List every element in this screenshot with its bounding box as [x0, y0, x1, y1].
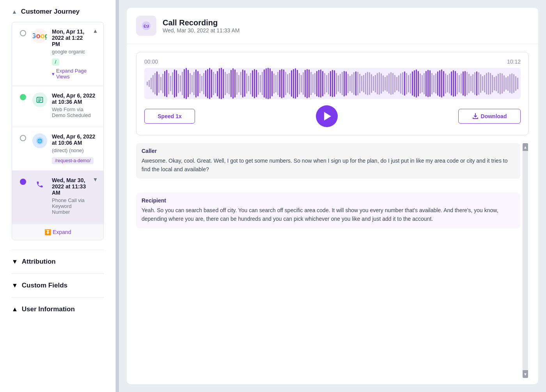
- customer-journey-chevron[interactable]: ▲: [12, 9, 17, 15]
- call-recording-date: Wed, Mar 30, 2022 at 11:33 AM: [163, 27, 239, 34]
- journey-date-4: Wed, Mar 30, 2022 at 11:33 AM: [52, 177, 89, 196]
- phone-call-icon: [32, 177, 47, 192]
- timeline-3: [18, 133, 28, 141]
- timeline-dot-1: [20, 30, 26, 36]
- vertical-divider: [116, 0, 119, 392]
- webform-icon: [32, 92, 47, 107]
- caller-role: Caller: [142, 148, 515, 154]
- chevron-down-icon: ▾: [52, 71, 55, 77]
- call-recording-icon: [136, 16, 156, 36]
- timeline-4: [18, 177, 28, 185]
- custom-fields-chevron: ▼: [12, 282, 18, 289]
- user-info-section: ▲ User Information: [12, 297, 104, 313]
- transcript-area: Caller Awesome. Okay, cool. Great. Well,…: [136, 143, 520, 378]
- timeline-2: [18, 92, 28, 100]
- call-info: Call Recording Wed, Mar 30, 2022 at 11:3…: [163, 18, 239, 34]
- audio-controls: Speed 1x Download: [144, 105, 521, 127]
- user-info-title: User Information: [22, 305, 75, 313]
- transcript-block-caller: Caller Awesome. Okay, cool. Great. Well,…: [136, 143, 520, 179]
- recipient-text: Yeah. So you can search based off city. …: [142, 206, 515, 223]
- attribution-chevron: ▼: [12, 258, 18, 265]
- journey-container: Goog Mon, Apr 11, 2022 at 1:22 PM google…: [12, 22, 104, 240]
- audio-time-end: 10:12: [507, 59, 521, 65]
- journey-tag-3: /request-a-demo/: [52, 157, 94, 164]
- audio-times: 00:00 10:12: [144, 59, 521, 65]
- download-label: Download: [481, 113, 507, 119]
- journey-desc-4: Phone Call via Keyword Number: [52, 197, 89, 215]
- download-icon: [472, 113, 479, 119]
- user-info-header[interactable]: ▲ User Information: [12, 305, 104, 313]
- call-recording-title: Call Recording: [163, 18, 239, 27]
- timeline-dot-2: [20, 94, 26, 100]
- custom-fields-title: Custom Fields: [22, 282, 67, 289]
- speed-button[interactable]: Speed 1x: [144, 109, 195, 124]
- collapse-btn-1[interactable]: ▲: [93, 28, 98, 34]
- right-panel: Call Recording Wed, Mar 30, 2022 at 11:3…: [119, 0, 546, 392]
- scroll-up-button[interactable]: ▲: [523, 143, 528, 151]
- timeline-1: [18, 28, 28, 36]
- collapse-btn-4[interactable]: ▼: [93, 176, 98, 183]
- journey-content-3: Wed, Apr 6, 2022 at 10:06 AM (direct) (n…: [52, 133, 97, 164]
- custom-fields-header[interactable]: ▼ Custom Fields: [12, 282, 104, 289]
- play-button[interactable]: [316, 105, 338, 127]
- call-recording-card: Call Recording Wed, Mar 30, 2022 at 11:3…: [127, 8, 538, 384]
- journey-desc-2: Web Form via Demo Scheduled: [52, 106, 97, 118]
- journey-content-2: Wed, Apr 6, 2022 at 10:36 AM Web Form vi…: [52, 92, 97, 121]
- journey-tag-1: /: [52, 59, 59, 66]
- expand-chevrons-icon: ⏬: [44, 229, 51, 235]
- journey-date-2: Wed, Apr 6, 2022 at 10:36 AM: [52, 92, 97, 105]
- attribution-header[interactable]: ▼ Attribution: [12, 258, 104, 266]
- expand-page-views[interactable]: ▾ Expand Page Views: [52, 68, 89, 80]
- journey-item: Goog Mon, Apr 11, 2022 at 1:22 PM google…: [12, 22, 103, 86]
- user-info-chevron: ▲: [12, 306, 18, 313]
- transcript-wrapper: Caller Awesome. Okay, cool. Great. Well,…: [136, 143, 529, 378]
- expand-footer: ⏬ Expand: [12, 224, 103, 240]
- journey-item-2: Wed, Apr 6, 2022 at 10:36 AM Web Form vi…: [12, 86, 103, 127]
- recipient-role: Recipient: [142, 197, 515, 204]
- journey-date-3: Wed, Apr 6, 2022 at 10:06 AM: [52, 133, 97, 146]
- svg-text:🌐: 🌐: [37, 138, 43, 144]
- journey-desc-3: (direct) (none): [52, 147, 97, 153]
- google-icon: Goog: [32, 28, 47, 43]
- call-recording-header: Call Recording Wed, Mar 30, 2022 at 11:3…: [127, 8, 538, 44]
- audio-time-start: 00:00: [144, 59, 158, 65]
- timeline-dot-3: [20, 135, 26, 141]
- journey-content-1: Mon, Apr 11, 2022 at 1:22 PM google orga…: [52, 28, 89, 80]
- attribution-section: ▼ Attribution: [12, 250, 104, 266]
- journey-item-3: 🌐 Wed, Apr 6, 2022 at 10:06 AM (direct) …: [12, 127, 103, 171]
- custom-fields-section: ▼ Custom Fields: [12, 273, 104, 289]
- journey-content-4: Wed, Mar 30, 2022 at 11:33 AM Phone Call…: [52, 177, 89, 217]
- timeline-dot-4: [20, 179, 26, 185]
- journey-desc-1: google organic: [52, 49, 89, 55]
- transcript-scrollbar: ▲ ▼: [523, 143, 529, 378]
- download-button[interactable]: Download: [458, 109, 521, 124]
- journey-item-4: Wed, Mar 30, 2022 at 11:33 AM Phone Call…: [12, 171, 103, 224]
- waveform: [144, 68, 521, 99]
- journey-date-1: Mon, Apr 11, 2022 at 1:22 PM: [52, 28, 89, 47]
- expand-footer-link[interactable]: ⏬ Expand: [17, 229, 99, 235]
- transcript-block-recipient: Recipient Yeah. So you can search based …: [136, 193, 520, 228]
- scroll-down-button[interactable]: ▼: [523, 370, 528, 378]
- svg-point-10: [145, 25, 147, 27]
- attribution-title: Attribution: [22, 258, 56, 266]
- caller-text: Awesome. Okay, cool. Great. Well, I got …: [142, 156, 515, 174]
- audio-player: 00:00 10:12 Speed 1x Download: [136, 52, 529, 135]
- customer-journey-title: Customer Journey: [21, 8, 80, 16]
- direct-icon: 🌐: [32, 133, 47, 148]
- expand-label: Expand: [53, 229, 71, 235]
